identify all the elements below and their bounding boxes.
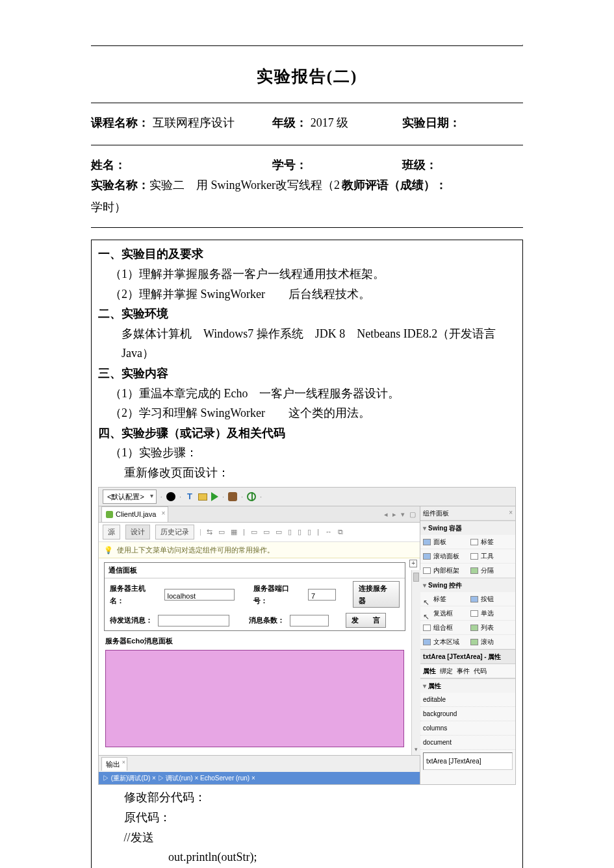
sec1-line2: （2）理解并掌握 SwingWorker 后台线程技术。	[98, 284, 516, 304]
editor-tab[interactable]: ClientUI.java ×	[101, 506, 168, 522]
editor-subtoolbar: 源 设计 历史记录 | ⇆ ▭ ▦ | ▭ ▭ ▭ ▯ ▯ ▯ | ↔ ⧉	[99, 523, 420, 542]
meta-row-3: 实验名称：实验二 用 SwingWorker改写线程（2 学时） 教师评语（成绩…	[91, 174, 523, 218]
course-label: 课程名称：	[91, 116, 149, 129]
expand-icon[interactable]: +	[409, 560, 417, 567]
editor-tab-label: ClientUI.java	[116, 508, 156, 521]
palette-item-icon	[423, 553, 431, 560]
profile-icon[interactable]	[247, 492, 256, 501]
send-msg-input[interactable]	[158, 615, 229, 626]
palette-item-icon	[423, 625, 431, 631]
palette-item[interactable]: 分隔	[468, 564, 515, 578]
palette-item[interactable]: 按钮	[468, 592, 515, 606]
sec3-line2: （2）学习和理解 SwingWorker 这个类的用法。	[98, 403, 516, 423]
palette-tab[interactable]: 组件面板 ×	[420, 506, 515, 521]
comm-panel: 通信面板 服务器主机名： localhost 服务器端口号： 7 连接服务器	[104, 562, 405, 631]
palette-item[interactable]: 标签	[468, 535, 515, 549]
palette-item-label: 按钮	[481, 593, 494, 604]
top-rule	[91, 45, 523, 46]
properties-footer: txtArea [JTextArea]	[423, 752, 513, 770]
palette-item-icon	[470, 625, 478, 631]
ide-toolbar: <默认配置> · · T · · ·	[98, 487, 516, 507]
host-input[interactable]: localhost	[164, 589, 235, 601]
palette-item[interactable]: 单选	[468, 606, 515, 621]
palette-item-label: 复选框	[433, 608, 453, 619]
palette-item[interactable]: 面板	[420, 535, 468, 549]
property-row[interactable]: background	[420, 707, 515, 721]
palette-item[interactable]: 滚动面板	[420, 549, 468, 564]
property-row[interactable]: document	[420, 736, 515, 750]
palette-item[interactable]: 列表	[468, 621, 515, 635]
palette-item-icon	[470, 553, 478, 560]
send-button[interactable]: 发 言	[346, 613, 386, 628]
palette-item[interactable]: 组合框	[420, 621, 468, 635]
property-row[interactable]: editable	[420, 693, 515, 707]
sec4-head: 四、实验步骤（或记录）及相关代码	[98, 423, 516, 443]
palette-item[interactable]: 工具	[468, 549, 515, 564]
palette-sec-containers[interactable]: ▾Swing 容器	[420, 521, 515, 535]
property-row[interactable]: columns	[420, 721, 515, 736]
editor-body: + ▴ ▾ 通信面板 服务器主机名： localhost	[99, 558, 420, 754]
editor-tool-icons[interactable]: ⇆ ▭ ▦ | ▭ ▭ ▭ ▯ ▯ ▯ | ↔ ⧉	[207, 526, 345, 538]
name-label: 姓名：	[91, 158, 126, 171]
palette-item[interactable]: 内部框架	[420, 564, 468, 578]
echo-textarea[interactable]	[105, 650, 404, 747]
editor-tabbar: ClientUI.java × ◂ ▸ ▾ ▢	[99, 506, 420, 523]
view-history-btn[interactable]: 历史记录	[155, 525, 194, 539]
port-input[interactable]: 7	[308, 589, 336, 601]
output-tab[interactable]: 输出 ×	[101, 757, 127, 771]
properties-tab[interactable]: 代码	[474, 665, 487, 676]
palette-item[interactable]: 标签	[420, 592, 468, 606]
msg-count-input[interactable]	[290, 615, 329, 626]
ide-main: ClientUI.java × ◂ ▸ ▾ ▢ 源 设计 历史记录 | ⇆ ▭ …	[98, 506, 516, 785]
corner-mark: '	[522, 43, 523, 50]
send-msg-label: 待发送消息：	[110, 614, 153, 626]
properties-tabs: 属性绑定事件代码	[420, 664, 515, 678]
port-label: 服务器端口号：	[253, 582, 303, 606]
palette-item-label: 分隔	[481, 565, 494, 576]
run-icon[interactable]	[211, 492, 218, 501]
close-palette-icon[interactable]: ×	[509, 507, 513, 518]
after-ide-3: //发送	[98, 828, 516, 848]
doc-title: 实验报告(二)	[91, 66, 523, 87]
palette-item[interactable]: 滚动	[468, 635, 515, 649]
palette-item-label: 标签	[433, 593, 446, 604]
palette-item[interactable]: 文本区域	[420, 635, 468, 649]
palette-item-icon	[423, 610, 431, 617]
build-icon[interactable]: T	[185, 492, 194, 501]
palette-item-icon	[423, 567, 431, 574]
sec1-head: 一、实验目的及要求	[98, 244, 516, 264]
palette-item-label: 内部框架	[433, 565, 459, 576]
after-ide-2: 原代码：	[98, 808, 516, 828]
sec4-line1: （1）实验步骤：	[98, 443, 516, 463]
palette-item-label: 列表	[481, 622, 494, 633]
run-config-combo[interactable]: <默认配置>	[103, 490, 157, 504]
output-strip[interactable]: ▷ (重新)调试(D) × ▷ 调试(run) × EchoServer (ru…	[99, 772, 420, 784]
palette-sec-controls[interactable]: ▾Swing 控件	[420, 578, 515, 592]
palette-item-label: 面板	[433, 536, 446, 547]
palette-item-icon	[470, 596, 478, 602]
editor-scrollbar[interactable]: ▴ ▾	[411, 570, 420, 754]
echo-panel-title: 服务器Echo消息面板	[104, 635, 405, 649]
tb-sep: ·	[160, 491, 162, 503]
palette-item[interactable]: 复选框	[420, 606, 468, 621]
stop-icon[interactable]	[166, 492, 175, 501]
palette-item-icon	[470, 610, 478, 617]
properties-tab[interactable]: 属性	[423, 665, 436, 676]
properties-tab[interactable]: 绑定	[440, 665, 453, 676]
open-project-icon[interactable]	[198, 493, 207, 501]
palette-item-label: 工具	[481, 551, 494, 562]
ide-editor: ClientUI.java × ◂ ▸ ▾ ▢ 源 设计 历史记录 | ⇆ ▭ …	[99, 506, 420, 784]
editor-nav-icons[interactable]: ◂ ▸ ▾ ▢	[384, 508, 417, 521]
palette-item-label: 组合框	[433, 622, 453, 633]
properties-tab[interactable]: 事件	[457, 665, 470, 676]
close-output-icon[interactable]: ×	[122, 758, 125, 767]
palette-item-icon	[470, 539, 478, 545]
view-source-btn[interactable]: 源	[103, 525, 120, 539]
view-design-btn[interactable]: 设计	[125, 525, 150, 539]
properties-section[interactable]: ▾属性	[420, 678, 515, 693]
debug-icon[interactable]	[228, 492, 237, 501]
close-tab-icon[interactable]: ×	[162, 508, 166, 519]
palette-item-label: 滚动	[481, 636, 494, 647]
connect-button[interactable]: 连接服务器	[353, 581, 400, 608]
exp-name-label: 实验名称：	[91, 179, 149, 192]
